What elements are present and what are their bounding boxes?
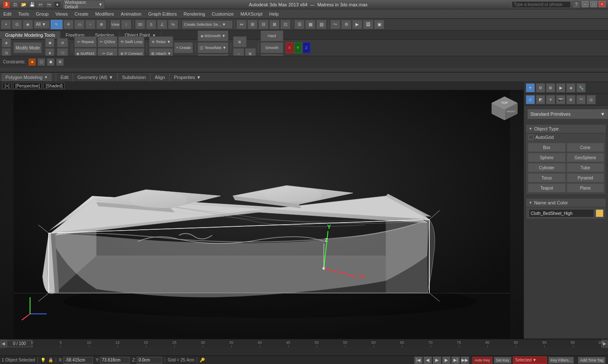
makecap-btn[interactable]: ⊞ <box>233 36 247 47</box>
camera-view-btn[interactable]: 📷 <box>556 95 565 104</box>
hierarchy-panel-btn[interactable]: ⊞ <box>546 83 555 92</box>
geometry-section-tab[interactable]: Geometry (All) ▼ <box>77 75 113 80</box>
motion-panel-btn[interactable]: ▶ <box>556 83 565 92</box>
open-btn[interactable]: 📂 <box>20 2 27 8</box>
select-btn[interactable]: ⚬ <box>1 20 11 29</box>
x-input[interactable] <box>63 357 93 364</box>
timeline-track[interactable]: 0 5 10 15 20 25 30 35 40 <box>32 340 601 348</box>
layer3-btn[interactable]: ▧ <box>316 20 326 29</box>
x-axis-btn[interactable]: X <box>286 42 293 53</box>
snap3d-btn[interactable]: 3D <box>135 20 145 29</box>
align2-btn[interactable]: ⊟ <box>258 20 269 29</box>
viewport-3d[interactable]: X Y Z <box>0 90 524 339</box>
cone-btn[interactable]: Cone <box>567 143 605 152</box>
cylinder-btn[interactable]: Cylinder <box>528 163 566 172</box>
plane-btn[interactable]: Plane <box>567 183 605 193</box>
tessellate-btn[interactable]: ◫ Tessellate ▼ <box>198 42 228 53</box>
menu-rendering[interactable]: Rendering <box>180 11 209 17</box>
polygon-modeling-tab[interactable]: Polygon Modeling ▼ <box>2 73 52 81</box>
prev-frame-btn[interactable]: ◀ <box>423 356 432 364</box>
viewport-cube[interactable]: TOP FRONT <box>490 95 519 124</box>
sphere-view-btn[interactable]: ⊙ <box>526 95 535 104</box>
layer-btn[interactable]: ☰ <box>294 20 304 29</box>
gtab-graphite[interactable]: Graphite Modeling Tools <box>0 31 60 39</box>
select-obj-btn[interactable]: ↖ <box>51 20 62 29</box>
space-warp-btn[interactable]: 〜 <box>576 95 586 104</box>
select-move-btn[interactable]: ✛ <box>63 20 73 29</box>
snap2d-btn[interactable]: S <box>146 20 156 29</box>
coord-btn[interactable]: ↕ <box>121 20 131 29</box>
add-time-tag-btn[interactable]: Add Time Tag <box>578 357 605 364</box>
create-sel-dropdown[interactable]: Create Selection Se... ▼ <box>182 20 233 29</box>
msmooth-btn[interactable]: ◈ MSmooth ▼ <box>198 30 228 41</box>
menu-create[interactable]: Create <box>71 11 92 17</box>
torus-btn[interactable]: Torus <box>528 173 566 182</box>
utilities-panel-btn[interactable]: 🔧 <box>576 83 586 92</box>
object-type-header[interactable]: ▼ Object Type <box>526 125 606 133</box>
z-input[interactable] <box>137 357 162 364</box>
color-swatch[interactable] <box>596 209 603 217</box>
create-btn[interactable]: + Create <box>174 42 193 53</box>
display-panel-btn[interactable]: ◈ <box>566 83 575 92</box>
constraint-edge[interactable]: ◻ <box>38 58 45 66</box>
system-btn[interactable]: ◎ <box>586 95 596 104</box>
menu-edit[interactable]: Edit <box>0 11 15 17</box>
set-key-btn[interactable]: Set Key <box>494 357 512 364</box>
select-region-btn[interactable]: ⊙ <box>12 20 22 29</box>
constraint-face[interactable]: ◼ <box>47 58 54 66</box>
y-input[interactable] <box>100 357 130 364</box>
render-active-btn[interactable]: ▣ <box>374 20 384 29</box>
align-section-tab[interactable]: Align <box>155 75 165 80</box>
pct-snap-btn[interactable]: % <box>168 20 178 29</box>
y-axis-btn[interactable]: Y <box>294 42 302 53</box>
save-btn[interactable]: 💾 <box>29 2 35 8</box>
gicon3[interactable]: ⊟ <box>57 38 68 47</box>
key-filters-btn[interactable]: Key Filters... <box>548 357 574 364</box>
close-btn[interactable]: ✕ <box>599 1 605 7</box>
play-all-btn[interactable]: ▶▶ <box>461 356 469 364</box>
workspace-dropdown[interactable]: Workspace: Default ▼ <box>62 0 105 9</box>
object-name-input[interactable] <box>529 209 594 217</box>
properties-section-tab[interactable]: Properties ▼ <box>174 75 201 80</box>
move-btn[interactable]: ⊕ <box>96 20 106 29</box>
select-rect-btn[interactable]: ▭ <box>74 20 84 29</box>
select-paint-btn[interactable]: ◈ <box>23 20 33 29</box>
menu-animation[interactable]: Animation <box>117 11 145 17</box>
align4-btn[interactable]: ⊡ <box>280 20 290 29</box>
constraint-none[interactable]: ■ <box>28 58 36 66</box>
play-btn[interactable]: ▶ <box>433 356 441 364</box>
create-panel-btn[interactable]: ✦ <box>526 83 535 92</box>
next-frame-btn[interactable]: ▶ <box>442 356 451 364</box>
goto-end-btn[interactable]: ▶| <box>451 356 460 364</box>
pyramid-btn[interactable]: Pyramid <box>567 173 605 182</box>
mirror-btn[interactable]: ⇔ <box>236 20 247 29</box>
timeline-prev-btn[interactable]: ◀ <box>0 340 7 348</box>
minimize-btn[interactable]: ─ <box>582 1 589 7</box>
autogrid-checkbox[interactable] <box>529 135 534 140</box>
menu-graph-editors[interactable]: Graph Editors <box>145 11 180 17</box>
viewport-shaded-btn[interactable]: [Shaded] <box>43 83 65 89</box>
subdivision-section-tab[interactable]: Subdivision <box>122 75 146 80</box>
selected-dropdown[interactable]: Selected ▼ <box>513 356 547 364</box>
viewport-perspective-btn[interactable]: [Perspective] <box>13 83 42 89</box>
align3-btn[interactable]: ⊠ <box>269 20 280 29</box>
box-btn[interactable]: Box <box>528 143 566 152</box>
teapot-btn[interactable]: Teapot <box>528 183 566 193</box>
redo-btn[interactable]: ↪ <box>46 2 52 8</box>
geosphere-btn[interactable]: GeoSphere <box>567 153 605 162</box>
menu-modifiers[interactable]: Modifiers <box>92 11 117 17</box>
hard-btn[interactable]: Hard <box>261 30 283 41</box>
relax-btn[interactable]: ≋ Relax ▼ <box>149 36 173 47</box>
curve-btn[interactable]: 〜 <box>330 20 340 29</box>
render-btn[interactable]: ▶ <box>352 20 362 29</box>
qslice-btn[interactable]: ✂ QSlice <box>98 36 117 47</box>
modify-panel-btn[interactable]: ⚙ <box>536 83 545 92</box>
edit-section-tab[interactable]: Edit <box>60 75 68 80</box>
menu-maxscript[interactable]: MAXScript <box>237 11 266 17</box>
select-circ-btn[interactable]: ▫ <box>85 20 95 29</box>
goto-start-btn[interactable]: |◀ <box>414 356 423 364</box>
tube-btn[interactable]: Tube <box>567 163 605 172</box>
maximize-btn[interactable]: □ <box>590 1 597 7</box>
modify-icon1[interactable]: ◈ <box>2 38 11 47</box>
app-icon[interactable]: 3 <box>3 1 10 8</box>
